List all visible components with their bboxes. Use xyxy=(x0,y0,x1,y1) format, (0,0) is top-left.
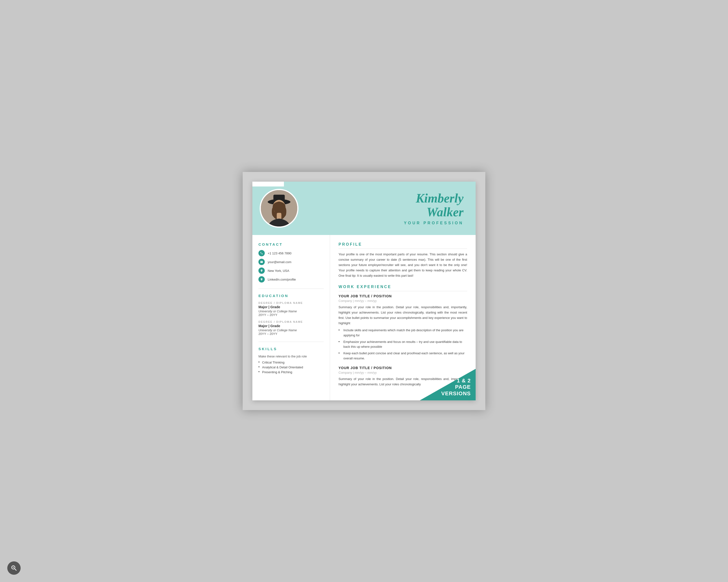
job-1-bullet-1: Include skills and requirements which ma… xyxy=(339,328,467,338)
location-text: New York, USA xyxy=(268,269,289,273)
first-name: Kimberly xyxy=(416,191,464,205)
resume-header: Kimberly Walker YOUR PROFESSION xyxy=(252,182,476,235)
phone-icon xyxy=(258,250,265,256)
badge-line1: 1 & 2 xyxy=(457,378,471,384)
edu-degree-2: DEGREE / DIPLOMA NAME xyxy=(258,320,324,323)
contact-location: New York, USA xyxy=(258,268,324,274)
edu-major-2: Major | Grade xyxy=(258,324,324,328)
badge-line3: VERSIONS xyxy=(441,390,471,396)
resume-body: CONTACT +1 123 456 7890 xyxy=(252,235,476,400)
profile-photo xyxy=(260,189,298,228)
job-1-company: Company | mm/yy – mm/yy xyxy=(339,299,467,303)
contact-section: CONTACT +1 123 456 7890 xyxy=(258,242,324,282)
contact-email: your@email.com xyxy=(258,259,324,265)
badge-line2: PAGE xyxy=(455,384,471,390)
zoom-button[interactable] xyxy=(7,561,21,575)
linkedin-text: LinkedIn.com/profile xyxy=(268,278,296,281)
edu-entry-2: DEGREE / DIPLOMA NAME Major | Grade Univ… xyxy=(258,320,324,336)
job-2-title: YOUR JOB TITLE / POSITION xyxy=(339,366,467,370)
profile-title: PROFILE xyxy=(339,242,467,249)
job-2: YOUR JOB TITLE / POSITION Company | mm/y… xyxy=(339,366,467,387)
profile-section: PROFILE Your profile is one of the most … xyxy=(339,242,467,278)
skills-title: SKILLS xyxy=(258,347,324,351)
header-white-tab xyxy=(252,182,284,187)
linkedin-icon xyxy=(258,276,265,282)
email-text: your@email.com xyxy=(268,260,291,264)
job-1: YOUR JOB TITLE / POSITION Company | mm/y… xyxy=(339,294,467,361)
edu-university-2: University or College Name xyxy=(258,328,324,332)
edu-year-2: 20YY – 20YY xyxy=(258,332,324,336)
job-2-company: Company | mm/yy – mm/yy xyxy=(339,371,467,375)
contact-phone: +1 123 456 7890 xyxy=(258,250,324,256)
contact-title: CONTACT xyxy=(258,242,324,246)
skills-intro: Make these relevant to the job role xyxy=(258,355,324,358)
job-1-bullet-2: Emphasize your achievements and focus on… xyxy=(339,339,467,350)
main-content: PROFILE Your profile is one of the most … xyxy=(330,235,476,400)
header-teal-tab xyxy=(284,182,333,187)
email-icon xyxy=(258,259,265,265)
header-name-section: Kimberly Walker YOUR PROFESSION xyxy=(308,191,464,225)
work-title: WORK EXPERIENCE xyxy=(339,285,467,291)
page-wrapper: Kimberly Walker YOUR PROFESSION CONTACT xyxy=(243,172,485,410)
skill-3: Presenting & Pitching xyxy=(258,370,324,374)
job-1-title: YOUR JOB TITLE / POSITION xyxy=(339,294,467,298)
resume-card: Kimberly Walker YOUR PROFESSION CONTACT xyxy=(252,182,476,400)
phone-text: +1 123 456 7890 xyxy=(268,251,291,255)
skills-section: SKILLS Make these relevant to the job ro… xyxy=(258,347,324,374)
skill-2: Analytical & Detail Orientated xyxy=(258,365,324,369)
education-title: EDUCATION xyxy=(258,294,324,298)
divider-1 xyxy=(258,288,324,289)
location-icon xyxy=(258,268,265,274)
skill-1: Critical Thinking xyxy=(258,361,324,364)
job-1-summary: Summary of your role in the position. De… xyxy=(339,305,467,326)
edu-university-1: University or College Name xyxy=(258,309,324,313)
edu-year-1: 20YY – 20YY xyxy=(258,313,324,317)
edu-entry-1: DEGREE / DIPLOMA NAME Major | Grade Univ… xyxy=(258,301,324,317)
education-section: EDUCATION DEGREE / DIPLOMA NAME Major | … xyxy=(258,294,324,336)
work-section: WORK EXPERIENCE YOUR JOB TITLE / POSITIO… xyxy=(339,285,467,387)
job-1-bullet-3: Keep each bullet point concise and clear… xyxy=(339,351,467,361)
edu-major-1: Major | Grade xyxy=(258,305,324,309)
contact-linkedin: LinkedIn.com/profile xyxy=(258,276,324,282)
last-name: Walker xyxy=(426,205,464,219)
profile-text: Your profile is one of the most importan… xyxy=(339,252,467,278)
profession-title: YOUR PROFESSION xyxy=(308,221,464,225)
full-name: Kimberly Walker xyxy=(308,191,464,219)
svg-rect-4 xyxy=(277,213,282,219)
sidebar: CONTACT +1 123 456 7890 xyxy=(252,235,330,400)
edu-degree-1: DEGREE / DIPLOMA NAME xyxy=(258,301,324,304)
